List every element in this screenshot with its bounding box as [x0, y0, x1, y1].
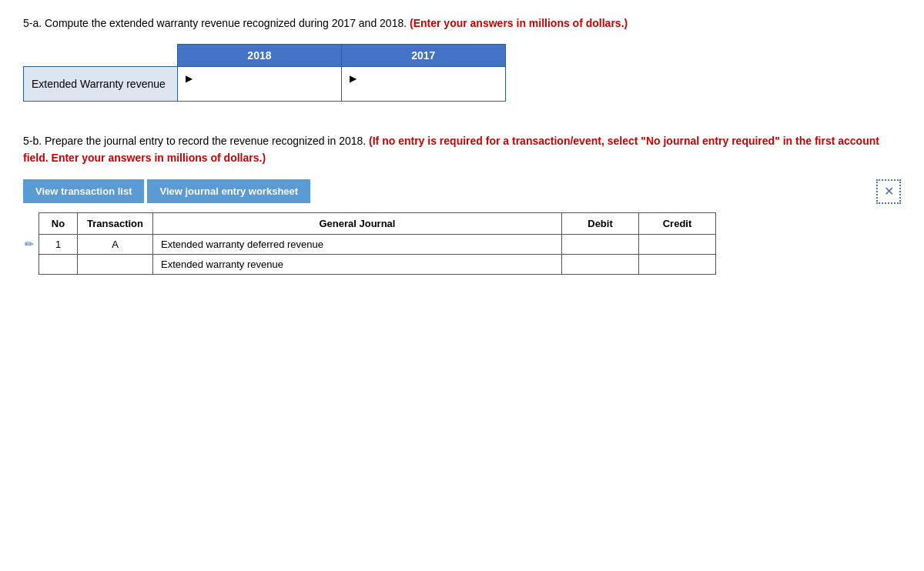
row1-credit-input[interactable] [647, 239, 708, 250]
section-5a: 5-a. Compute the extended warranty reven… [23, 15, 901, 102]
edit-header-spacer [23, 212, 39, 234]
row2-debit[interactable] [562, 254, 639, 274]
row2-debit-input[interactable] [570, 259, 631, 270]
edit-icon-cell-1[interactable]: ✏ [23, 234, 39, 254]
input-2017-cell[interactable]: ▶ [341, 67, 505, 102]
table-row: Extended Warranty revenue ▶ ▶ [24, 67, 506, 102]
row2-credit[interactable] [639, 254, 716, 274]
part-a-table: 2018 2017 Extended Warranty revenue ▶ ▶ [23, 44, 506, 102]
col-2017-header: 2017 [341, 45, 505, 67]
edit-icon-1[interactable]: ✏ [25, 238, 34, 250]
row2-credit-input[interactable] [647, 259, 708, 270]
row1-credit[interactable] [639, 234, 716, 254]
arrow-icon-2018: ▶ [186, 73, 192, 84]
row1-debit[interactable] [562, 234, 639, 254]
row1-no: 1 [39, 234, 78, 254]
col-no-header: No [39, 212, 78, 234]
question-5a-bold: (Enter your answers in millions of dolla… [410, 17, 628, 29]
col-2018-header: 2018 [178, 45, 342, 67]
row-label: Extended Warranty revenue [24, 67, 178, 102]
question-5a-text: 5-a. Compute the extended warranty reven… [23, 17, 407, 29]
view-transaction-list-button[interactable]: View transaction list [23, 179, 144, 203]
question-5b: 5-b. Prepare the journal entry to record… [23, 132, 901, 167]
row2-description: Extended warranty revenue [152, 254, 561, 274]
journal-row-1: ✏ 1 A Extended warranty deferred revenue [23, 234, 716, 254]
view-journal-worksheet-button[interactable]: View journal entry worksheet [147, 179, 310, 203]
input-2017[interactable] [350, 84, 497, 96]
button-row: View transaction list View journal entry… [23, 179, 901, 203]
section-5b: 5-b. Prepare the journal entry to record… [23, 132, 901, 275]
edit-icon-cell-2 [23, 254, 39, 274]
row2-no [39, 254, 78, 274]
arrow-icon-2017: ▶ [350, 73, 357, 84]
input-2018[interactable] [186, 84, 333, 96]
row1-description: Extended warranty deferred revenue [152, 234, 561, 254]
col-credit-header: Credit [639, 212, 716, 234]
close-icon: ✕ [884, 184, 894, 199]
input-2018-cell[interactable]: ▶ [178, 67, 342, 102]
question-5a: 5-a. Compute the extended warranty reven… [23, 15, 901, 32]
journal-table: No Transaction General Journal Debit Cre… [23, 212, 716, 275]
col-debit-header: Debit [562, 212, 639, 234]
col-transaction-header: Transaction [78, 212, 153, 234]
close-button[interactable]: ✕ [876, 179, 901, 204]
journal-row-2: Extended warranty revenue [23, 254, 716, 274]
row1-debit-input[interactable] [570, 239, 631, 250]
row2-transaction [78, 254, 153, 274]
question-5b-prefix: 5-b. Prepare the journal entry to record… [23, 135, 366, 147]
row1-transaction: A [78, 234, 153, 254]
col-general-journal-header: General Journal [152, 212, 561, 234]
